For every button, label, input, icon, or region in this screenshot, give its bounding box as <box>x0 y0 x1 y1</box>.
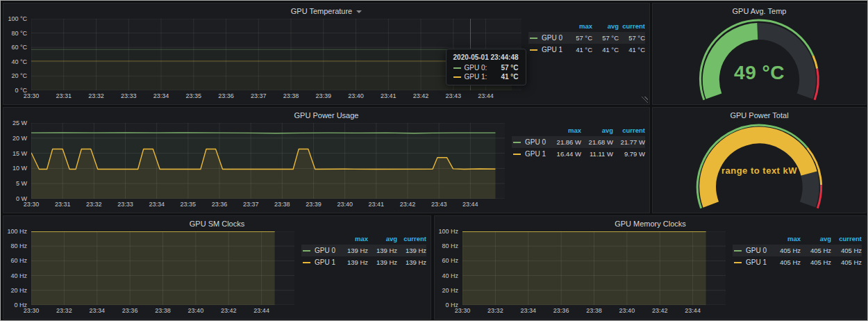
legend-series-name[interactable]: GPU 0 <box>742 247 770 254</box>
plot-area[interactable] <box>31 123 505 199</box>
x-axis-label: 23:40 <box>348 92 364 99</box>
y-axis-label: 100 °C <box>8 15 27 22</box>
x-axis-label: 23:35 <box>186 92 202 99</box>
x-axis-label: 23:33 <box>117 201 133 208</box>
gpu-temperature-chart[interactable]: 100 °C80 °C60 °C40 °C20 °C0 °C 2020-05-0… <box>6 19 521 101</box>
legend-row[interactable]: GPU 0405 Hz405 Hz405 Hz <box>733 245 862 256</box>
legend-header[interactable]: max <box>566 22 592 30</box>
chart-svg <box>31 231 294 305</box>
panel-title-text: GPU SM Clocks <box>190 220 244 228</box>
tooltip-timestamp: 2020-05-01 23:44:48 <box>453 54 519 61</box>
x-axis-label: 23:42 <box>221 307 237 314</box>
panel-gpu-avg-temp: GPU Avg. Temp 49 °C <box>652 3 867 105</box>
panel-title-text: GPU Power Total <box>730 111 788 120</box>
legend-row[interactable]: GPU 1139 Hz139 Hz139 Hz <box>301 256 426 268</box>
legend-row[interactable]: GPU 141 °C41 °C41 °C <box>528 44 645 56</box>
panel-gpu-temperature: GPU Temperature 100 °C80 °C60 °C40 °C20 … <box>3 3 650 105</box>
y-axis-label: 20 Hz <box>442 287 458 294</box>
y-axis-label: 15 W <box>12 150 27 157</box>
legend-value: 405 Hz <box>831 258 862 266</box>
panel-gpu-power-usage: GPU Power Usage 25 W20 W15 W10 W5 W0 W 2… <box>3 107 650 213</box>
legend-header[interactable]: avg <box>592 22 619 30</box>
legend-header[interactable]: current <box>831 235 862 242</box>
x-axis: 23:3023:3223:3423:3623:3823:4023:4223:44 <box>31 305 294 316</box>
legend-value: 139 Hz <box>368 258 397 266</box>
legend-series-name[interactable]: GPU 1 <box>311 258 339 266</box>
chevron-down-icon <box>356 10 362 13</box>
x-axis-label: 23:36 <box>122 307 138 314</box>
panel-title-gpu-sm-clocks[interactable]: GPU SM Clocks <box>3 216 431 231</box>
y-axis-label: 60 °C <box>11 44 27 51</box>
y-axis: 25 W20 W15 W10 W5 W0 W <box>6 123 31 199</box>
plot-area[interactable]: 2020-05-01 23:44:48GPU 0:57 °CGPU 1:41 °… <box>31 19 521 90</box>
legend-value: 139 Hz <box>397 247 426 254</box>
legend: maxavgcurrentGPU 057 °C57 °C57 °CGPU 141… <box>521 19 646 101</box>
gpu-avg-temp-gauge: 49 °C <box>656 19 863 101</box>
legend-row[interactable]: GPU 0139 Hz139 Hz139 Hz <box>301 245 426 256</box>
legend-series-name[interactable]: GPU 0 <box>521 138 549 146</box>
x-axis-label: 23:44 <box>253 307 269 314</box>
legend-value: 41 °C <box>592 46 619 54</box>
legend-value: 9.79 W <box>613 150 645 158</box>
x-axis-label: 23:34 <box>520 307 536 314</box>
x-axis-label: 23:34 <box>149 201 165 208</box>
legend-value: 11.11 W <box>581 150 613 158</box>
x-axis-label: 23:32 <box>86 201 102 208</box>
legend-header[interactable]: current <box>397 235 426 242</box>
series-color-dash <box>734 262 742 263</box>
panel-title-gpu-temperature[interactable]: GPU Temperature <box>3 3 649 19</box>
x-axis-label: 23:30 <box>455 307 471 314</box>
legend-header[interactable]: current <box>613 126 645 134</box>
plot-area[interactable] <box>31 231 294 305</box>
gauge-svg <box>656 19 863 101</box>
x-axis: 23:3023:3123:3223:3323:3423:3523:3623:37… <box>31 90 521 101</box>
legend-row[interactable]: GPU 057 °C57 °C57 °C <box>528 32 645 44</box>
panel-resize-handle[interactable] <box>642 97 648 103</box>
legend-header[interactable]: max <box>339 235 368 242</box>
gpu-power-usage-chart[interactable]: 25 W20 W15 W10 W5 W0 W 23:3023:3123:3223… <box>6 123 505 210</box>
x-axis-label: 23:33 <box>121 92 137 99</box>
legend-series-name[interactable]: GPU 0 <box>311 247 339 254</box>
legend: maxavgcurrentGPU 021.86 W21.68 W21.77 WG… <box>505 123 646 210</box>
y-axis-label: 80 °C <box>11 30 27 37</box>
series-line <box>31 133 495 133</box>
y-axis-label: 40 °C <box>11 58 27 65</box>
legend-series-name[interactable]: GPU 1 <box>742 258 770 266</box>
panel-title-gpu-power-total[interactable]: GPU Power Total <box>653 108 866 123</box>
legend-header[interactable]: avg <box>801 235 831 242</box>
legend-value: 405 Hz <box>770 247 801 254</box>
gpu-memory-clocks-chart[interactable]: 100 Hz80 Hz60 Hz40 Hz20 Hz0 Hz 23:3023:3… <box>437 231 726 316</box>
chart-svg <box>31 123 505 199</box>
series-color-dash <box>453 76 461 78</box>
panel-title-gpu-memory-clocks[interactable]: GPU Memory Clocks <box>435 216 866 231</box>
legend-series-name[interactable]: GPU 1 <box>538 46 566 54</box>
y-axis-label: 20 °C <box>11 72 27 79</box>
legend-header[interactable]: max <box>770 235 801 242</box>
panel-title-gpu-avg-temp[interactable]: GPU Avg. Temp <box>653 3 866 19</box>
legend-header[interactable]: avg <box>368 235 397 242</box>
legend-header-row: maxavgcurrent <box>528 20 645 32</box>
legend-series-name[interactable]: GPU 0 <box>538 34 566 42</box>
plot-area[interactable] <box>462 231 726 305</box>
legend-value: 57 °C <box>619 34 645 42</box>
legend-row[interactable]: GPU 021.86 W21.68 W21.77 W <box>512 136 645 148</box>
series-color-dash <box>734 250 742 252</box>
legend-value: 139 Hz <box>397 258 426 266</box>
gpu-sm-clocks-chart[interactable]: 100 Hz80 Hz60 Hz40 Hz20 Hz0 Hz 23:3023:3… <box>6 231 294 316</box>
legend-header[interactable]: max <box>549 126 581 134</box>
panel-gpu-sm-clocks: GPU SM Clocks 100 Hz80 Hz60 Hz40 Hz20 Hz… <box>3 215 431 320</box>
panel-title-gpu-power-usage[interactable]: GPU Power Usage <box>3 108 649 123</box>
legend-row[interactable]: GPU 1405 Hz405 Hz405 Hz <box>733 256 862 268</box>
legend-header[interactable]: current <box>619 22 645 30</box>
series-color-dash <box>303 262 310 263</box>
legend-series-name[interactable]: GPU 1 <box>521 150 549 158</box>
x-axis-label: 23:31 <box>56 92 72 99</box>
x-axis-label: 23:36 <box>553 307 569 314</box>
series-color-dash <box>530 38 537 39</box>
x-axis-label: 23:30 <box>24 92 40 99</box>
x-axis-label: 23:43 <box>446 92 462 99</box>
legend-header[interactable]: avg <box>581 126 613 134</box>
x-axis-label: 23:41 <box>381 92 397 99</box>
legend-row[interactable]: GPU 116.44 W11.11 W9.79 W <box>512 148 645 160</box>
series-color-dash <box>513 154 521 155</box>
